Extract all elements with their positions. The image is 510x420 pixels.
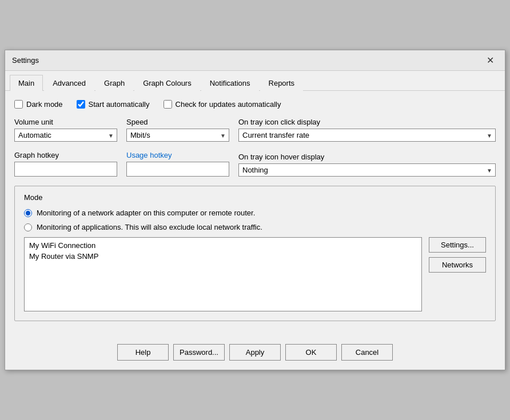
settings-button[interactable]: Settings... bbox=[429, 237, 486, 253]
password-button[interactable]: Password... bbox=[173, 344, 225, 361]
tray-hover-group: On tray icon hover display Nothing Curre… bbox=[238, 153, 496, 177]
close-button[interactable]: ✕ bbox=[482, 54, 498, 67]
tabs-bar: Main Advanced Graph Graph Colours Notifi… bbox=[5, 71, 505, 91]
graph-hotkey-label: Graph hotkey bbox=[14, 151, 117, 159]
tray-hover-select[interactable]: Nothing Current transfer rate Total toda… bbox=[238, 163, 496, 177]
speed-select-wrapper: Mbit/s KB/s MB/s bbox=[126, 129, 229, 142]
tray-click-label: On tray icon click display bbox=[238, 118, 496, 126]
tab-notifications[interactable]: Notifications bbox=[201, 75, 259, 91]
hotkeys-row: Graph hotkey Usage hotkey On tray icon h… bbox=[14, 151, 496, 177]
radio-adapter[interactable] bbox=[24, 209, 32, 217]
tab-graph[interactable]: Graph bbox=[95, 75, 133, 91]
settings-window: Settings ✕ Main Advanced Graph Graph Col… bbox=[5, 50, 505, 370]
graph-hotkey-input[interactable] bbox=[14, 162, 117, 177]
dark-mode-group: Dark mode bbox=[14, 100, 63, 109]
mode-title: Mode bbox=[24, 193, 486, 202]
main-content: Dark mode Start automatically Check for … bbox=[5, 91, 505, 337]
ok-button[interactable]: OK bbox=[285, 344, 337, 361]
networks-button[interactable]: Networks bbox=[429, 257, 486, 273]
start-auto-label: Start automatically bbox=[89, 100, 150, 109]
radio-adapter-group: Monitoring of a network adapter on this … bbox=[24, 209, 486, 217]
tray-click-group: On tray icon click display Current trans… bbox=[238, 118, 496, 142]
check-updates-checkbox[interactable] bbox=[164, 100, 172, 109]
tray-hover-select-wrapper: Nothing Current transfer rate Total toda… bbox=[238, 163, 496, 177]
checkboxes-row: Dark mode Start automatically Check for … bbox=[14, 100, 496, 109]
tray-click-select-wrapper: Current transfer rate Nothing Total toda… bbox=[238, 129, 496, 142]
check-updates-group: Check for updates automatically bbox=[164, 100, 281, 109]
selects-row: Volume unit Automatic KB MB GB Speed Mbi… bbox=[14, 118, 496, 142]
speed-select[interactable]: Mbit/s KB/s MB/s bbox=[126, 129, 229, 142]
volume-unit-label: Volume unit bbox=[14, 118, 117, 126]
volume-unit-group: Volume unit Automatic KB MB GB bbox=[14, 118, 117, 142]
tab-advanced[interactable]: Advanced bbox=[44, 75, 94, 91]
apply-button[interactable]: Apply bbox=[229, 344, 281, 361]
radio-apps-label: Monitoring of applications. This will al… bbox=[37, 223, 262, 231]
usage-hotkey-group: Usage hotkey bbox=[126, 151, 229, 177]
usage-hotkey-input[interactable] bbox=[126, 162, 229, 177]
tab-reports[interactable]: Reports bbox=[260, 75, 304, 91]
usage-hotkey-label: Usage hotkey bbox=[126, 151, 229, 159]
mode-box: Mode Monitoring of a network adapter on … bbox=[14, 186, 496, 321]
volume-unit-select-wrapper: Automatic KB MB GB bbox=[14, 129, 117, 142]
radio-apps[interactable] bbox=[24, 223, 32, 231]
connection-item-wifi: My WiFi Connection bbox=[27, 240, 419, 251]
window-title: Settings bbox=[12, 56, 39, 65]
mode-buttons: Settings... Networks bbox=[429, 237, 486, 311]
start-auto-checkbox[interactable] bbox=[77, 100, 85, 109]
tray-click-select[interactable]: Current transfer rate Nothing Total toda… bbox=[238, 129, 496, 142]
dark-mode-label: Dark mode bbox=[26, 100, 63, 109]
speed-group: Speed Mbit/s KB/s MB/s bbox=[126, 118, 229, 142]
connection-list[interactable]: My WiFi Connection My Router via SNMP bbox=[24, 237, 422, 311]
title-bar: Settings ✕ bbox=[5, 50, 505, 71]
check-updates-label: Check for updates automatically bbox=[176, 100, 281, 109]
connection-item-router: My Router via SNMP bbox=[27, 251, 419, 262]
bottom-buttons-bar: Help Password... Apply OK Cancel bbox=[5, 337, 505, 370]
start-auto-group: Start automatically bbox=[77, 100, 150, 109]
cancel-button[interactable]: Cancel bbox=[341, 344, 393, 361]
speed-label: Speed bbox=[126, 118, 229, 126]
mode-content: My WiFi Connection My Router via SNMP Se… bbox=[24, 237, 486, 311]
dark-mode-checkbox[interactable] bbox=[14, 100, 23, 109]
volume-unit-select[interactable]: Automatic KB MB GB bbox=[14, 129, 117, 142]
radio-apps-group: Monitoring of applications. This will al… bbox=[24, 223, 486, 231]
graph-hotkey-group: Graph hotkey bbox=[14, 151, 117, 177]
tab-graph-colours[interactable]: Graph Colours bbox=[134, 75, 200, 91]
tray-hover-label: On tray icon hover display bbox=[238, 153, 496, 161]
radio-adapter-label: Monitoring of a network adapter on this … bbox=[37, 209, 255, 217]
help-button[interactable]: Help bbox=[117, 344, 169, 361]
tab-main[interactable]: Main bbox=[10, 75, 43, 91]
